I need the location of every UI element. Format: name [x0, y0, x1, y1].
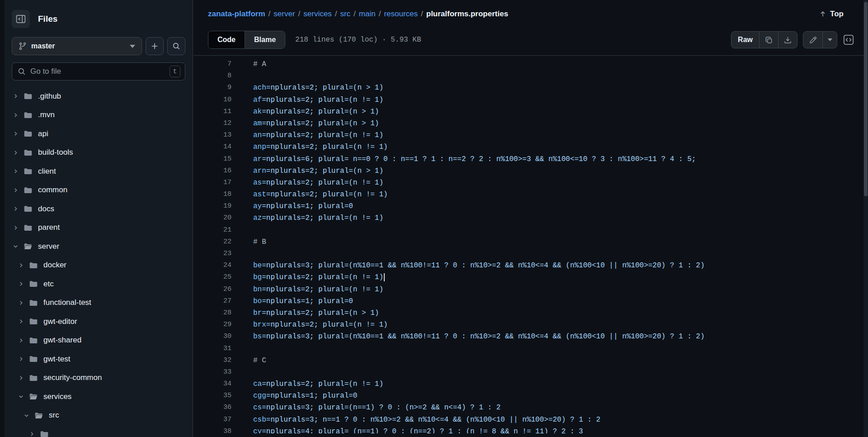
line-number[interactable]: 20 [193, 212, 235, 224]
line-number[interactable]: 32 [193, 355, 235, 366]
line-number[interactable]: 12 [193, 118, 235, 129]
line-number[interactable]: 27 [193, 295, 235, 307]
folder-icon [24, 92, 33, 100]
line-number[interactable]: 34 [193, 378, 235, 390]
tree-item-gwt-editor[interactable]: gwt-editor [5, 312, 193, 331]
line-number[interactable]: 10 [193, 94, 235, 106]
tree-item-common[interactable]: common [5, 181, 193, 200]
code-listing[interactable]: 7# A89ach=nplurals=2; plural=(n > 1)10af… [193, 55, 863, 433]
search-icon [18, 67, 26, 76]
folder-open-icon [24, 242, 33, 250]
tree-item-gwt-test[interactable]: gwt-test [5, 350, 193, 369]
line-number[interactable]: 11 [193, 106, 235, 118]
line-number[interactable]: 14 [193, 141, 235, 153]
tree-item-client[interactable]: client [5, 162, 193, 181]
breadcrumb-link-server[interactable]: server [274, 10, 295, 19]
plus-icon [151, 42, 159, 50]
download-button[interactable] [778, 32, 797, 48]
search-tree-button[interactable] [167, 37, 185, 55]
collapse-sidebar-button[interactable] [12, 10, 30, 28]
line-number[interactable]: 31 [193, 343, 235, 355]
code-text: csb=nplurals=3; n==1 ? 0 : n%10>=2 && n%… [235, 414, 600, 426]
code-line: 31 [193, 343, 863, 355]
edit-group [803, 31, 837, 48]
tree-item-.mvn[interactable]: .mvn [5, 106, 193, 125]
line-number[interactable]: 26 [193, 284, 235, 295]
tree-item-api[interactable]: api [5, 124, 193, 143]
line-number[interactable]: 9 [193, 82, 235, 94]
go-to-file-input[interactable]: Go to file t [12, 62, 185, 81]
breadcrumb-repo-link[interactable]: zanata-platform [208, 10, 265, 19]
tree-item-etc[interactable]: etc [5, 275, 193, 294]
symbols-panel-button[interactable] [843, 34, 854, 46]
line-number[interactable]: 24 [193, 260, 235, 271]
tab-code[interactable]: Code [208, 31, 245, 48]
code-text: an=nplurals=2; plural=(n != 1) [235, 129, 383, 141]
line-number[interactable]: 18 [193, 189, 235, 200]
line-number[interactable]: 37 [193, 414, 235, 426]
breadcrumb-link-services[interactable]: services [303, 10, 331, 19]
line-number[interactable]: 17 [193, 177, 235, 189]
breadcrumb-link-main[interactable]: main [359, 10, 376, 19]
branch-selector[interactable]: master [12, 37, 142, 55]
edit-dropdown-button[interactable] [822, 32, 837, 48]
code-line: 8 [193, 70, 863, 82]
line-number[interactable]: 30 [193, 331, 235, 342]
code-text: # C [235, 355, 266, 366]
tree-item-.github[interactable]: .github [5, 87, 193, 106]
tree-item-build-tools[interactable]: build-tools [5, 143, 193, 162]
tree-item-docs[interactable]: docs [5, 200, 193, 218]
tree-item-label: server [38, 242, 59, 251]
tree-item-parent[interactable]: parent [5, 218, 193, 238]
line-number[interactable]: 38 [193, 426, 235, 433]
raw-button[interactable]: Raw [731, 32, 759, 48]
copy-button[interactable] [759, 32, 778, 48]
folder-icon [29, 280, 38, 288]
tab-blame[interactable]: Blame [245, 31, 285, 48]
tree-item-src[interactable]: src [5, 406, 193, 425]
code-line: 21 [193, 224, 863, 236]
line-number[interactable]: 8 [193, 70, 235, 82]
tree-item-partial[interactable] [5, 425, 193, 437]
line-number[interactable]: 13 [193, 129, 235, 141]
code-text [235, 248, 253, 260]
line-number[interactable]: 21 [193, 224, 235, 236]
line-number[interactable]: 29 [193, 319, 235, 331]
line-number[interactable]: 25 [193, 271, 235, 283]
line-number[interactable]: 35 [193, 390, 235, 402]
tree-item-functional-test[interactable]: functional-test [5, 294, 193, 313]
file-toolbar: Code Blame 218 lines (170 loc) · 5.93 KB… [193, 28, 863, 55]
chevron-right-icon [17, 337, 24, 343]
line-number[interactable]: 33 [193, 366, 235, 378]
tree-item-gwt-shared[interactable]: gwt-shared [5, 331, 193, 350]
line-number[interactable]: 7 [193, 58, 235, 70]
line-number[interactable]: 28 [193, 307, 235, 319]
code-line: 22# B [193, 236, 863, 248]
breadcrumb-link-resources[interactable]: resources [384, 10, 418, 19]
code-line: 27bo=nplurals=1; plural=0 [193, 295, 863, 307]
tree-item-server[interactable]: server [5, 237, 193, 256]
line-number[interactable]: 19 [193, 200, 235, 212]
tree-item-services[interactable]: services [5, 387, 193, 406]
line-number[interactable]: 15 [193, 153, 235, 165]
tree-item-security-common[interactable]: security-common [5, 369, 193, 388]
code-text: as=nplurals=2; plural=(n != 1) [235, 177, 383, 189]
page-scrollbar[interactable] [863, 0, 868, 437]
code-text: # A [235, 58, 266, 70]
code-text [235, 343, 253, 355]
line-number[interactable]: 22 [193, 236, 235, 248]
add-file-button[interactable] [146, 37, 164, 55]
scrollbar-thumb[interactable] [864, 2, 868, 196]
code-text: brx=nplurals=2; plural=(n != 1) [235, 319, 388, 331]
tree-item-docker[interactable]: docker [5, 256, 193, 275]
tree-item-label: common [38, 185, 67, 195]
line-number[interactable]: 16 [193, 165, 235, 177]
breadcrumb-link-src[interactable]: src [340, 10, 350, 19]
line-number[interactable]: 23 [193, 248, 235, 260]
line-number[interactable]: 36 [193, 402, 235, 413]
edit-button[interactable] [803, 32, 822, 48]
back-to-top-button[interactable]: Top [819, 10, 844, 19]
breadcrumb-separator: / [269, 10, 271, 19]
code-text: ach=nplurals=2; plural=(n > 1) [235, 82, 383, 94]
code-line: 30bs=nplurals=3; plural=(n%10==1 && n%10… [193, 331, 863, 342]
